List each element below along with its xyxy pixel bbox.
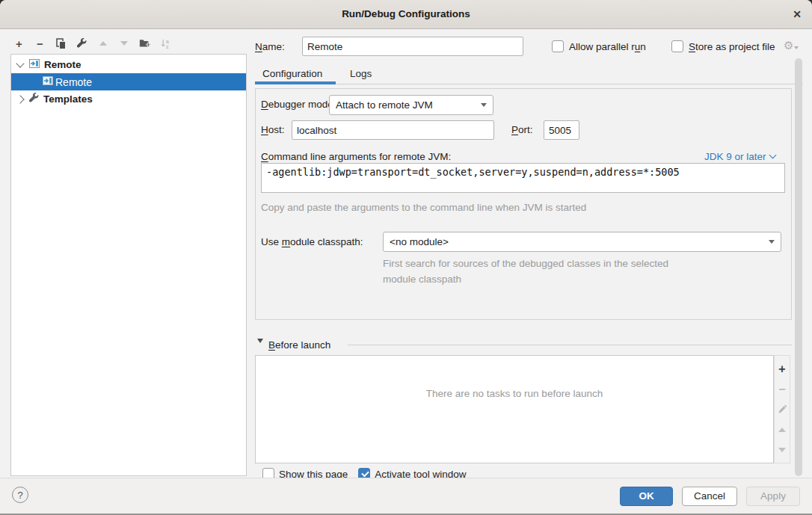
command-line-args-textarea[interactable]: -agentlib:jdwp=transport=dt_socket,serve… [261, 163, 785, 193]
before-launch-separator [348, 345, 792, 345]
activate-tool-window-checkbox[interactable] [358, 468, 370, 478]
port-input[interactable] [544, 120, 579, 140]
store-as-project-file-checkbox[interactable] [671, 40, 683, 52]
port-label: Port: [511, 124, 533, 135]
task-list-toolbar: + − [774, 355, 790, 463]
command-line-args-label: Command line arguments for remote JVM: [261, 151, 451, 162]
add-configuration-icon[interactable]: + [13, 37, 25, 49]
new-folder-icon[interactable] [139, 37, 150, 49]
module-hint-line1: First search for sources of the debugged… [383, 258, 668, 269]
tree-group-remote[interactable]: Remote [11, 55, 246, 73]
name-label: Name: [255, 41, 285, 52]
debugger-mode-label: Debugger mode: [261, 99, 336, 110]
store-options-gear-icon[interactable]: ⚙ [784, 39, 799, 52]
help-icon[interactable]: ? [12, 487, 28, 503]
close-icon[interactable]: ✕ [793, 0, 802, 28]
allow-parallel-run-label[interactable]: Allow parallel run [569, 41, 646, 52]
tree-group-label: Templates [43, 93, 93, 105]
chevron-down-icon [769, 152, 776, 159]
store-as-project-file-label[interactable]: Store as project file [689, 41, 775, 52]
dialog-title: Run/Debug Configurations [0, 0, 812, 28]
configurations-toolbar: + − az [13, 36, 171, 51]
chevron-down-icon[interactable] [16, 59, 24, 67]
show-this-page-label[interactable]: Show this page [279, 469, 348, 479]
tree-group-label: Remote [44, 59, 81, 70]
run-debug-configurations-dialog: Run/Debug Configurations ✕ + − az Remote [0, 0, 812, 515]
move-up-icon [97, 37, 108, 49]
before-launch-collapse-icon[interactable] [257, 343, 263, 354]
debugger-mode-select[interactable]: Attach to remote JVM [329, 95, 493, 115]
module-classpath-label: Use module classpath: [261, 236, 363, 247]
host-input[interactable] [292, 120, 494, 140]
move-down-icon [118, 37, 129, 49]
activate-tool-window-label[interactable]: Activate tool window [375, 469, 466, 479]
dialog-footer: ? OK Cancel Apply [0, 478, 812, 515]
tab-configuration[interactable]: Configuration [255, 65, 330, 83]
command-line-hint: Copy and paste the arguments to the comm… [261, 202, 586, 213]
cancel-button[interactable]: Cancel [682, 487, 737, 506]
tree-item-label: Remote [55, 76, 92, 88]
tree-group-templates[interactable]: Templates [11, 90, 246, 108]
remote-config-icon [28, 58, 40, 72]
tab-bar: Configuration Logs [255, 65, 379, 83]
page-options-row: Show this page Activate tool window [262, 468, 681, 478]
wrench-icon [28, 93, 40, 106]
host-label: Host: [261, 124, 285, 135]
add-task-icon[interactable]: + [775, 359, 790, 379]
copy-configuration-icon[interactable] [55, 37, 67, 49]
show-this-page-checkbox[interactable] [262, 468, 274, 478]
before-launch-task-list[interactable]: There are no tasks to run before launch [255, 355, 774, 463]
tab-divider [255, 84, 803, 84]
before-launch-label[interactable]: Before launch [268, 339, 330, 351]
move-task-up-icon [775, 419, 790, 440]
edit-templates-icon[interactable] [76, 37, 87, 49]
sort-alphabetically-icon: az [160, 37, 171, 49]
svg-text:a: a [166, 38, 169, 43]
svg-text:z: z [166, 44, 169, 49]
name-input[interactable] [302, 37, 523, 56]
remote-config-icon [42, 75, 54, 89]
module-hint-line2: module classpath [383, 274, 461, 285]
tree-item-remote-selected[interactable]: Remote [11, 73, 246, 90]
chevron-down-icon [769, 240, 775, 244]
edit-task-icon [775, 399, 790, 419]
ok-button[interactable]: OK [620, 487, 673, 506]
tab-logs[interactable]: Logs [342, 65, 379, 83]
chevron-right-icon[interactable] [16, 95, 24, 103]
empty-tasks-message: There are no tasks to run before launch [256, 388, 773, 399]
chevron-down-icon [481, 103, 487, 107]
titlebar: Run/Debug Configurations ✕ [0, 0, 812, 29]
remove-task-icon: − [775, 379, 790, 399]
jdk-version-link[interactable]: JDK 9 or later [704, 151, 775, 162]
active-tab-underline [255, 81, 336, 84]
allow-parallel-run-checkbox[interactable] [552, 40, 564, 52]
configurations-tree: Remote Remote Templates [10, 54, 247, 476]
move-task-down-icon [775, 440, 790, 460]
vertical-scrollbar[interactable] [795, 58, 802, 476]
module-classpath-select[interactable]: <no module> [383, 232, 781, 252]
remove-configuration-icon[interactable]: − [34, 37, 46, 49]
apply-button: Apply [746, 487, 800, 506]
